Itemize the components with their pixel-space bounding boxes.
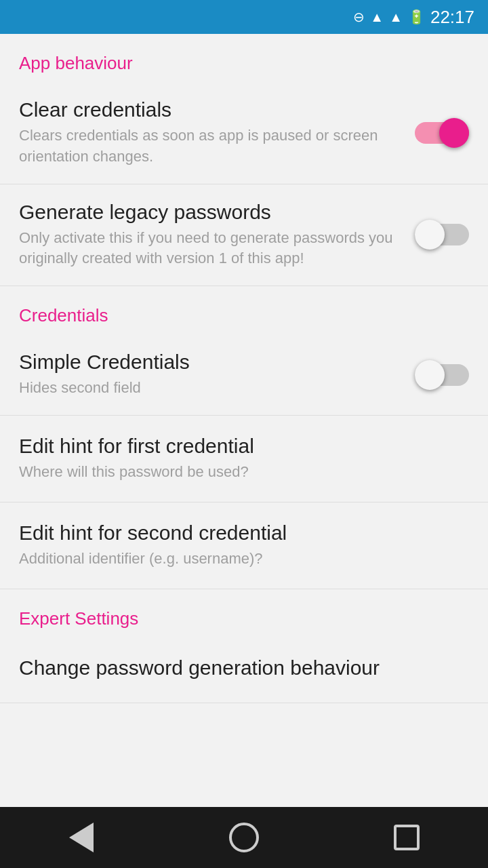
section-credentials-title: Credentials — [19, 305, 108, 326]
signal-icon: ▲ — [389, 9, 403, 25]
settings-content: App behaviour Clear credentials Clears c… — [0, 34, 488, 868]
status-time: 22:17 — [430, 7, 474, 28]
recents-icon — [394, 825, 420, 850]
setting-clear-credentials-title: Clear credentials — [19, 98, 401, 121]
section-app-behaviour-title: App behaviour — [19, 53, 133, 73]
toggle-simple-credentials-thumb — [415, 360, 445, 390]
setting-simple-credentials[interactable]: Simple Credentials Hides second field — [0, 334, 488, 416]
battery-icon: 🔋 — [408, 9, 425, 25]
setting-edit-hint-second[interactable]: Edit hint for second credential Addition… — [0, 502, 488, 589]
setting-change-password-generation[interactable]: Change password generation behaviour — [0, 637, 488, 703]
setting-edit-hint-first-desc: Where will this password be used? — [19, 462, 469, 483]
setting-edit-hint-first-title: Edit hint for first credential — [19, 435, 469, 458]
section-expert-settings-title: Expert Settings — [19, 608, 138, 629]
setting-simple-credentials-text: Simple Credentials Hides second field — [19, 351, 415, 399]
setting-generate-legacy-text: Generate legacy passwords Only activate … — [19, 201, 415, 270]
setting-clear-credentials-desc: Clears credentials as soon as app is pau… — [19, 125, 401, 167]
setting-edit-hint-second-title: Edit hint for second credential — [19, 521, 469, 545]
status-bar: ⊖ ▲ ▲ 🔋 22:17 — [0, 0, 488, 34]
bottom-nav — [0, 807, 488, 868]
nav-recents-button[interactable] — [386, 817, 427, 858]
setting-edit-hint-second-desc: Additional identifier (e.g. username)? — [19, 549, 469, 570]
section-credentials-header: Credentials — [0, 286, 488, 334]
setting-change-password-generation-title: Change password generation behaviour — [19, 656, 469, 679]
setting-clear-credentials[interactable]: Clear credentials Clears credentials as … — [0, 82, 488, 184]
do-not-disturb-icon: ⊖ — [353, 9, 365, 25]
toggle-clear-credentials[interactable] — [415, 118, 469, 148]
toggle-clear-credentials-thumb — [439, 118, 469, 148]
home-icon — [229, 823, 259, 852]
setting-edit-hint-first[interactable]: Edit hint for first credential Where wil… — [0, 416, 488, 502]
setting-generate-legacy[interactable]: Generate legacy passwords Only activate … — [0, 184, 488, 287]
setting-generate-legacy-desc: Only activate this if you need to genera… — [19, 228, 401, 270]
status-icons: ⊖ ▲ ▲ 🔋 22:17 — [353, 7, 474, 28]
back-icon — [69, 823, 94, 852]
setting-simple-credentials-title: Simple Credentials — [19, 351, 401, 374]
setting-clear-credentials-text: Clear credentials Clears credentials as … — [19, 98, 415, 167]
section-expert-settings-header: Expert Settings — [0, 589, 488, 637]
setting-generate-legacy-title: Generate legacy passwords — [19, 201, 401, 224]
toggle-generate-legacy[interactable] — [415, 220, 469, 250]
section-app-behaviour-header: App behaviour — [0, 34, 488, 82]
wifi-icon: ▲ — [370, 9, 384, 25]
nav-home-button[interactable] — [224, 817, 264, 858]
toggle-simple-credentials[interactable] — [415, 360, 469, 390]
setting-simple-credentials-desc: Hides second field — [19, 378, 401, 399]
nav-back-button[interactable] — [61, 817, 102, 858]
